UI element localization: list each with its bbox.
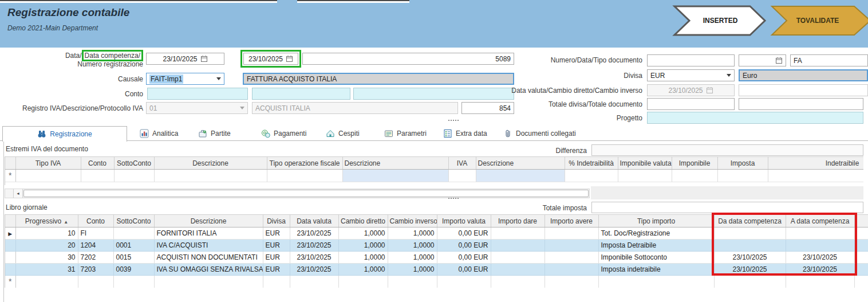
libro-col-importo-avere[interactable]: Importo avere [545,215,598,228]
cell-tipo-importo[interactable]: Imposta Detraibile [598,240,714,252]
cell-importo-avere[interactable] [545,228,598,240]
libro-cell[interactable] [290,276,338,288]
libro-cell[interactable] [786,276,854,288]
cell-progressivo[interactable]: 20 [15,240,78,252]
cell-conto[interactable]: 7203 [78,264,113,276]
libro-col-data-valuta[interactable]: Data valuta [290,215,338,228]
cell-cambio-diretto[interactable]: 1,0000 [338,240,388,252]
conto-field-1[interactable] [147,88,248,100]
data-field[interactable]: 23/10/2025 [146,53,224,65]
row-selector[interactable] [5,252,15,264]
libro-col-tipo-importo[interactable]: Tipo importo [598,215,714,228]
cell-da-data-competenza[interactable] [714,240,786,252]
cell-importo-avere[interactable] [545,252,598,264]
cell-descrizione[interactable]: IVA C/ACQUISTI [154,240,263,252]
totale-divisa-field[interactable] [647,98,735,110]
cell-cambio-diretto[interactable]: 1,0000 [338,228,388,240]
cell-importo-valuta[interactable]: 0,00 EUR [437,228,491,240]
cell-conto[interactable]: FI [78,228,113,240]
iva-cell[interactable] [267,170,342,182]
cell-data-valuta[interactable]: 23/10/2025 [290,264,338,276]
cell-importo-valuta[interactable]: 0,00 EUR [437,240,491,252]
cell-descrizione[interactable]: ACQUISTI NON DOCUMENTATI [154,252,263,264]
progetto-field[interactable] [647,112,863,124]
cell-tipo-importo[interactable]: Tot. Doc/Registrazione [598,228,714,240]
iva-cell[interactable] [672,170,717,182]
cell-sottoconto[interactable]: 0039 [113,264,154,276]
calendar-icon[interactable] [775,57,783,64]
tab-documenti-collegati[interactable]: Documenti collegati [499,126,581,141]
cell-cambio-diretto[interactable]: 1,0000 [338,264,388,276]
libro-cell[interactable] [388,276,437,288]
row-selector[interactable]: ▶ [5,228,15,240]
libro-table-row[interactable]: ▶ 10 FI FORNITORI ITALIA EUR 23/10/2025 … [5,228,868,240]
iva-cell[interactable] [768,170,863,182]
divisa-combo[interactable]: EUR [647,69,735,81]
libro-table-row[interactable]: 31 7203 0039 IVA SU OMAGGI SENZA RIVALSA… [5,264,868,276]
iva-cell[interactable] [717,170,768,182]
calendar-icon[interactable] [286,55,293,62]
cell-progressivo[interactable]: 31 [15,264,78,276]
libro-col-divisa[interactable]: Divisa [263,215,290,228]
scroll-left-button[interactable]: ◄ [14,189,23,198]
iva-cell[interactable] [154,170,267,182]
tab-extra-data[interactable]: Extra data [439,126,492,141]
data-competenza-field[interactable]: 23/10/2025 [243,53,298,65]
causale-combo[interactable]: FAIT-Imp1 [146,73,224,85]
tab-registrazione[interactable]: Registrazione [2,126,127,142]
tab-pagamenti[interactable]: Pagamenti [257,126,311,141]
libro-cell[interactable] [263,276,290,288]
iva-col-indetraibilita[interactable]: % Indetraibilità [565,157,618,170]
cell-tipo-importo[interactable]: Imposta indetraibile [598,264,714,276]
cell-cambio-inverso[interactable]: 1,0000 [388,252,437,264]
libro-col-a-data-competenza[interactable]: A data competenza [786,215,854,228]
cell-sottoconto[interactable]: 0001 [113,240,154,252]
cell-da-data-competenza[interactable] [714,228,786,240]
cell-a-data-competenza[interactable] [786,240,854,252]
cell-importo-valuta[interactable]: 0,00 EUR [437,252,491,264]
libro-col-conto[interactable]: Conto [78,215,113,228]
cell-descrizione[interactable]: FORNITORI ITALIA [154,228,263,240]
iva-col-imposta[interactable]: Imposta [717,157,768,170]
cell-importo-dare[interactable] [491,228,545,240]
cell-conto[interactable]: 1204 [78,240,113,252]
libro-new-row[interactable]: * [5,276,868,288]
iva-cell[interactable] [565,170,618,182]
iva-col-tipo-iva[interactable]: Tipo IVA [15,157,81,170]
cell-da-data-competenza[interactable]: 23/10/2025 [714,252,786,264]
libro-table-row[interactable]: 30 7202 0015 ACQUISTI NON DOCUMENTATI EU… [5,252,868,264]
cell-cambio-inverso[interactable]: 1,0000 [388,228,437,240]
libro-cell[interactable] [154,276,263,288]
iva-col-descrizione[interactable]: Descrizione [154,157,267,170]
cell-divisa[interactable]: EUR [263,264,290,276]
iva-col-imponibile-valuta[interactable]: Imponibile valuta [618,157,672,170]
cell-cambio-diretto[interactable]: 1,0000 [338,252,388,264]
calendar-icon[interactable] [200,55,208,62]
cambio-diretto-field[interactable] [739,84,868,96]
tab-cespiti[interactable]: Cespiti [321,126,364,141]
tipo-documento-field[interactable]: FA [790,54,868,66]
cell-a-data-competenza[interactable] [786,228,854,240]
iva-cell[interactable] [81,170,114,182]
cell-importo-dare[interactable] [491,240,545,252]
cell-a-data-competenza[interactable]: 23/10/2025 [786,264,854,276]
libro-col-da-data-competenza[interactable]: Da data competenza [714,215,786,228]
libro-cell[interactable] [78,276,113,288]
totale-documento-field[interactable] [739,98,863,110]
cell-da-data-competenza[interactable]: 23/10/2025 [714,264,786,276]
cell-data-valuta[interactable]: 23/10/2025 [290,228,338,240]
iva-col-indetraibile[interactable]: Indetraibile [768,157,863,170]
cell-progressivo[interactable]: 10 [15,228,78,240]
cell-a-data-competenza[interactable]: 23/10/2025 [786,252,854,264]
cell-importo-avere[interactable] [545,240,598,252]
tab-parametri[interactable]: Parametri [380,126,431,141]
iva-new-row[interactable]: * [5,170,863,182]
iva-col-sottoconto[interactable]: SottoConto [114,157,154,170]
iva-cell[interactable] [448,170,476,182]
iva-col-imponibile[interactable]: Imponibile [672,157,717,170]
chevron-down-icon[interactable] [216,77,221,80]
libro-col-importo-dare[interactable]: Importo dare [491,215,545,228]
horizontal-scrollbar[interactable]: ◄ [5,189,590,198]
iva-col-descrizione-3[interactable]: Descrizione [476,157,565,170]
cell-data-valuta[interactable]: 23/10/2025 [290,240,338,252]
